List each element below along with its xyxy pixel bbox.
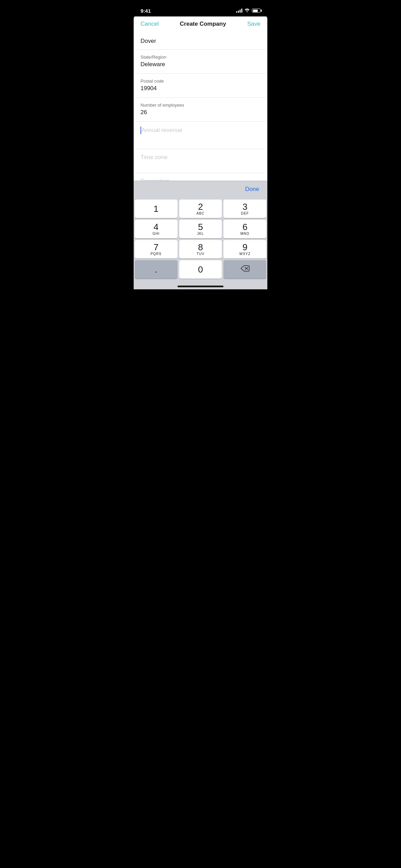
state-region-label: State/Region xyxy=(141,55,260,60)
home-bar xyxy=(178,286,223,287)
postal-code-value: 19904 xyxy=(141,85,260,92)
backspace-button[interactable] xyxy=(223,260,266,279)
employees-label: Number of employees xyxy=(141,103,260,108)
description-placeholder: Description xyxy=(141,178,260,181)
form-content: Dover State/Region Deleware Postal code … xyxy=(134,33,267,181)
key-8[interactable]: 8 TUV xyxy=(179,240,222,258)
battery-icon xyxy=(252,9,260,13)
state-region-value: Deleware xyxy=(141,61,260,68)
key-decimal[interactable]: . xyxy=(135,260,178,279)
city-value: Dover xyxy=(141,38,156,44)
postal-code-label: Postal code xyxy=(141,79,260,84)
key-3[interactable]: 3 DEF xyxy=(223,200,266,218)
city-field[interactable]: Dover xyxy=(134,33,267,50)
keyboard-toolbar: Done xyxy=(134,181,267,197)
page-title: Create Company xyxy=(180,21,226,27)
status-icons xyxy=(236,8,260,13)
timezone-field[interactable]: Time zone xyxy=(134,149,267,173)
signal-icon xyxy=(236,9,242,13)
save-button[interactable]: Save xyxy=(247,21,260,27)
annual-revenue-field[interactable]: Annual revenue xyxy=(134,122,267,149)
annual-revenue-placeholder: Annual revenue xyxy=(142,127,182,134)
text-cursor xyxy=(141,126,141,134)
key-5[interactable]: 5 JKL xyxy=(179,220,222,238)
svg-point-0 xyxy=(247,11,248,12)
key-4[interactable]: 4 GHI xyxy=(135,220,178,238)
timezone-placeholder: Time zone xyxy=(141,154,260,161)
wifi-icon xyxy=(244,8,250,13)
description-field[interactable]: Description xyxy=(134,173,267,181)
employees-field[interactable]: Number of employees 26 xyxy=(134,98,267,122)
status-bar: 9:41 xyxy=(134,0,267,16)
cancel-button[interactable]: Cancel xyxy=(141,21,159,27)
numeric-keyboard: 1 2 ABC 3 DEF 4 GHI 5 JKL 6 MNO xyxy=(134,197,267,283)
key-6[interactable]: 6 MNO xyxy=(223,220,266,238)
annual-revenue-value: Annual revenue xyxy=(141,126,260,134)
employees-value: 26 xyxy=(141,109,260,116)
phone-frame: 9:41 Cancel Create C xyxy=(134,0,267,289)
nav-bar: Cancel Create Company Save xyxy=(134,15,267,33)
postal-code-field[interactable]: Postal code 19904 xyxy=(134,74,267,98)
modal-sheet: Cancel Create Company Save Dover State/R… xyxy=(134,15,267,289)
key-1[interactable]: 1 xyxy=(135,200,178,218)
key-0[interactable]: 0 xyxy=(179,260,222,279)
done-button[interactable]: Done xyxy=(242,184,262,194)
key-7[interactable]: 7 PQRS xyxy=(135,240,178,258)
key-9[interactable]: 9 WXYZ xyxy=(223,240,266,258)
status-time: 9:41 xyxy=(141,8,151,14)
state-region-field[interactable]: State/Region Deleware xyxy=(134,50,267,74)
home-indicator xyxy=(134,283,267,289)
key-2[interactable]: 2 ABC xyxy=(179,200,222,218)
